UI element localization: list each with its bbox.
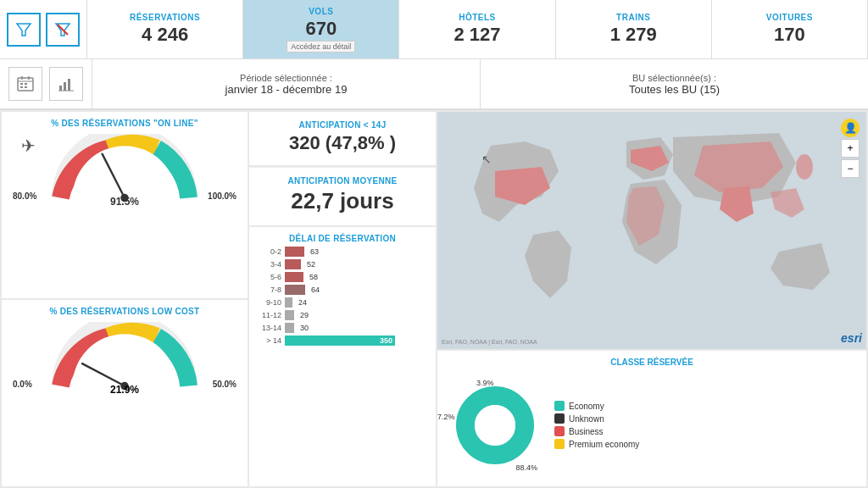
- online-gauge-title: % DES RÉSERVATIONS "ON LINE": [8, 119, 241, 128]
- voitures-stat[interactable]: VOITURES 170: [712, 0, 868, 58]
- delai-bar-fill: [285, 323, 294, 333]
- lowcost-gauge-right: 50.0%: [213, 380, 236, 389]
- legend-economy-color: [554, 401, 565, 411]
- reservations-label: RÉSERVATIONS: [130, 13, 200, 22]
- legend-economy: Economy: [554, 401, 639, 411]
- trains-value: 1 279: [610, 24, 657, 46]
- lowcost-gauge-left: 0.0%: [13, 380, 32, 389]
- lowcost-gauge-svg: [40, 322, 209, 394]
- delai-bar-label: 13-14: [256, 324, 281, 332]
- main-content: % DES RÉSERVATIONS "ON LINE" ✈: [0, 110, 868, 488]
- legend: Economy Unknown Business Premium economy: [554, 401, 639, 449]
- lowcost-gauge-container: 0.0% 50.0% 21.9%: [8, 319, 241, 396]
- bu-section: BU sélectionnée(s) : Toutes les BU (15): [481, 59, 868, 108]
- map-placeholder: 👤 + − Esri, FAO, NOAA | Esri, FAO, NOAA …: [437, 112, 866, 349]
- delai-bar-fill: [285, 272, 303, 282]
- hotels-value: 2 127: [453, 24, 500, 46]
- classe-title: CLASSE RÉSERVÉE: [444, 358, 860, 367]
- period-label: Période sélectionnée :: [240, 73, 332, 83]
- chart-icon: [57, 75, 75, 93]
- right-panel: 👤 + − Esri, FAO, NOAA | Esri, FAO, NOAA …: [437, 112, 866, 486]
- legend-premium: Premium economy: [554, 439, 639, 449]
- hotels-label: HÔTELS: [459, 13, 496, 22]
- cursor-icon: ↖: [481, 152, 492, 166]
- delai-bar-fill: 350: [285, 336, 395, 346]
- reservations-value: 4 246: [142, 24, 188, 46]
- delai-bar-value: 63: [310, 247, 319, 256]
- legend-unknown: Unknown: [554, 413, 639, 424]
- online-gauge-right: 100.0%: [208, 191, 236, 201]
- anticipation-short-label: ANTICIPATION < 14J: [258, 120, 427, 130]
- svg-rect-9: [20, 86, 23, 88]
- svg-point-20: [796, 154, 813, 180]
- delai-bar-value: 29: [300, 311, 309, 319]
- anticipation-avg-label: ANTICIPATION MOYENNE: [258, 176, 427, 186]
- delai-bar-label: 3-4: [256, 260, 281, 269]
- online-gauge-card: % DES RÉSERVATIONS "ON LINE" ✈: [2, 112, 248, 298]
- delai-bar-row: 3-452: [256, 259, 429, 269]
- svg-point-25: [475, 405, 515, 446]
- delai-bar-fill: [285, 310, 294, 320]
- reservations-stat[interactable]: RÉSERVATIONS 4 246: [87, 0, 243, 58]
- legend-unknown-label: Unknown: [569, 414, 604, 424]
- anticipation-short-card: ANTICIPATION < 14J 320 (47,8% ): [249, 112, 436, 165]
- calendar-button[interactable]: [8, 67, 42, 101]
- map-attribution: Esri, FAO, NOAA | Esri, FAO, NOAA: [442, 339, 537, 345]
- delai-bar-fill: [285, 285, 305, 295]
- calendar-icon: [16, 75, 35, 93]
- lowcost-gauge-title: % DES RÉSERVATIONS LOW COST: [8, 307, 241, 316]
- online-gauge-left: 80.0%: [13, 191, 36, 201]
- vols-tooltip: Accédez au détail: [287, 41, 355, 53]
- anticipation-short-value: 320 (47,8% ): [258, 132, 427, 154]
- filter-button[interactable]: [7, 13, 41, 47]
- svg-line-2: [58, 25, 68, 35]
- svg-rect-10: [25, 86, 27, 88]
- voitures-value: 170: [774, 24, 805, 46]
- online-gauge-svg: [40, 134, 209, 206]
- delai-bar-value: 30: [300, 324, 309, 332]
- bu-label: BU sélectionnée(s) :: [632, 73, 716, 83]
- map-zoom-in-button[interactable]: +: [841, 139, 860, 158]
- legend-economy-label: Economy: [569, 402, 604, 411]
- donut-container: 3.9% 7.2% 88.4%: [444, 374, 546, 476]
- map-card: 👤 + − Esri, FAO, NOAA | Esri, FAO, NOAA …: [437, 112, 866, 349]
- vols-stat[interactable]: VOLS 670 Accédez au détail: [243, 0, 399, 58]
- left-panel: % DES RÉSERVATIONS "ON LINE" ✈: [2, 112, 248, 486]
- delai-bar-fill: [285, 259, 301, 269]
- classe-content: 3.9% 7.2% 88.4% Economy Unknown: [444, 370, 860, 480]
- anticipation-avg-card: ANTICIPATION MOYENNE 22,7 jours: [249, 167, 436, 225]
- delai-bar-label: 0-2: [256, 247, 281, 256]
- lowcost-gauge-value: 21.9%: [110, 384, 139, 396]
- delai-bar-value: 64: [311, 286, 320, 294]
- map-zoom-icon-btn[interactable]: 👤: [841, 119, 860, 137]
- svg-rect-12: [64, 82, 66, 91]
- bu-value: Toutes les BU (15): [629, 83, 720, 96]
- donut-pct-left: 7.2%: [437, 413, 455, 421]
- delai-bar-value: 350: [380, 336, 392, 345]
- hotels-stat[interactable]: HÔTELS 2 127: [399, 0, 555, 58]
- delai-bar-value: 58: [309, 273, 318, 281]
- chart-button[interactable]: [49, 67, 83, 101]
- map-zoom-out-button[interactable]: −: [841, 159, 860, 178]
- legend-premium-color: [554, 439, 565, 449]
- second-bar: Période sélectionnée : janvier 18 - déce…: [0, 59, 868, 110]
- delai-bar-row: 5-658: [256, 272, 429, 282]
- esri-logo: esri: [841, 331, 862, 345]
- classe-card: CLASSE RÉSERVÉE 3.9% 7.2%: [437, 351, 866, 486]
- bars-container: 0-2633-4525-6587-8649-102411-122913-1430…: [256, 247, 429, 346]
- svg-rect-7: [20, 83, 23, 85]
- middle-panel: ANTICIPATION < 14J 320 (47,8% ) ANTICIPA…: [249, 112, 436, 486]
- delai-bar-value: 52: [307, 260, 315, 269]
- trains-stat[interactable]: TRAINS 1 279: [556, 0, 712, 58]
- delai-bar-label: 9-10: [256, 298, 281, 307]
- delai-bar-row: 0-263: [256, 247, 429, 257]
- second-bar-icons: [0, 59, 92, 108]
- delai-bar-label: 11-12: [256, 311, 281, 319]
- delai-title: DÉLAI DE RÉSERVATION: [256, 234, 429, 243]
- plane-icon: ✈: [21, 136, 36, 156]
- donut-svg: [444, 374, 546, 476]
- period-value: janvier 18 - décembre 19: [225, 83, 348, 96]
- map-controls: 👤 + −: [841, 119, 860, 178]
- delai-bar-row: 7-864: [256, 285, 429, 295]
- filter-clear-button[interactable]: [46, 13, 80, 47]
